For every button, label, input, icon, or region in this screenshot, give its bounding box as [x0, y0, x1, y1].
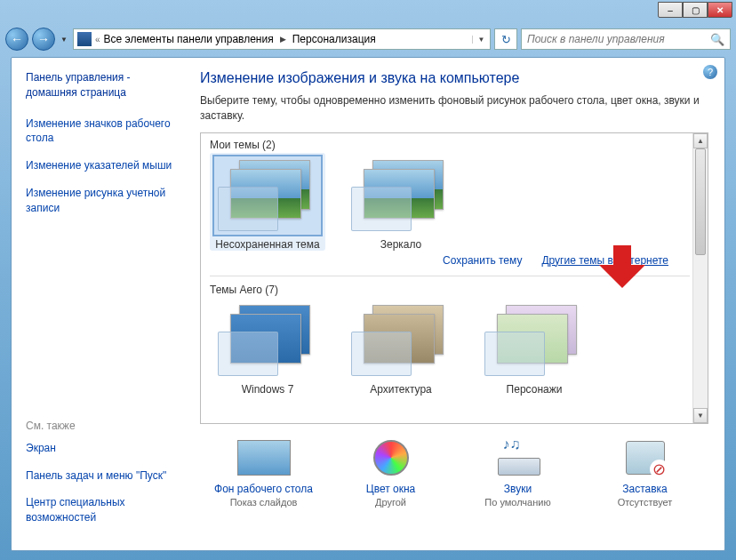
- maximize-button[interactable]: ▢: [683, 2, 708, 18]
- settings-row: Фон рабочего стола Показ слайдов Цвет ок…: [200, 436, 708, 508]
- refresh-button[interactable]: ↻: [494, 28, 517, 50]
- theme-action-links: Сохранить тему Другие темы в Интернете: [210, 254, 668, 267]
- aero-themes-row: Windows 7 Архитектура Персонажи: [210, 298, 690, 396]
- theme-label: Несохраненная тема: [210, 238, 325, 251]
- screensaver-icon: [626, 441, 665, 475]
- sidebar-link-account-picture[interactable]: Изменение рисунка учетной записи: [26, 186, 182, 216]
- group-my-themes-label: Мои темы (2): [210, 139, 690, 151]
- control-panel-icon: [77, 32, 92, 46]
- sidebar-link-desktop-icons[interactable]: Изменение значков рабочего стола: [26, 116, 182, 147]
- scroll-up-button[interactable]: ▲: [693, 133, 708, 148]
- page-subtitle: Выберите тему, чтобы одновременно измени…: [200, 93, 708, 124]
- minimize-button[interactable]: –: [658, 2, 683, 18]
- search-box[interactable]: 🔍: [521, 28, 731, 50]
- breadcrumb-item-all[interactable]: Все элементы панели управления: [104, 33, 274, 45]
- theme-architecture[interactable]: Архитектура: [343, 298, 459, 396]
- themes-scrollbar[interactable]: ▲ ▼: [692, 133, 708, 423]
- save-theme-link[interactable]: Сохранить тему: [443, 254, 522, 267]
- setting-screensaver[interactable]: Заставка Отсутствует: [588, 436, 703, 508]
- setting-title: Фон рабочего стола: [206, 483, 322, 495]
- scroll-thumb[interactable]: [695, 148, 706, 255]
- see-also-taskbar[interactable]: Панель задач и меню "Пуск": [26, 468, 182, 484]
- setting-sub: Другой: [333, 497, 449, 508]
- nav-toolbar: ← → ▼ « Все элементы панели управления ▶…: [0, 25, 736, 53]
- theme-mirror[interactable]: Зеркало: [343, 153, 459, 251]
- theme-label: Персонажи: [476, 383, 592, 396]
- search-icon[interactable]: 🔍: [710, 33, 724, 46]
- setting-sub: Показ слайдов: [206, 497, 322, 508]
- theme-label: Архитектура: [343, 383, 459, 396]
- sidebar-home-link[interactable]: Панель управления - домашняя страница: [26, 70, 182, 100]
- search-input[interactable]: [527, 33, 710, 45]
- theme-windows7[interactable]: Windows 7: [210, 298, 325, 396]
- theme-label: Windows 7: [210, 383, 325, 396]
- main-area: ? Изменение изображения и звука на компь…: [191, 58, 724, 550]
- setting-title: Цвет окна: [333, 483, 449, 495]
- window-color-icon: [373, 440, 409, 476]
- address-dropdown-icon[interactable]: ▼: [472, 36, 486, 44]
- back-button[interactable]: ←: [5, 28, 28, 51]
- breadcrumb-item-personalization[interactable]: Персонализация: [292, 33, 376, 45]
- titlebar: – ▢ ✕: [0, 0, 736, 25]
- setting-sounds[interactable]: Звуки По умолчанию: [460, 436, 576, 508]
- window-controls: – ▢ ✕: [658, 2, 732, 18]
- address-bar[interactable]: « Все элементы панели управления ▶ Персо…: [73, 28, 491, 50]
- theme-characters[interactable]: Персонажи: [476, 298, 592, 396]
- breadcrumb-separator-icon[interactable]: ▶: [277, 35, 289, 44]
- history-dropdown[interactable]: ▼: [59, 28, 69, 51]
- my-themes-row: Несохраненная тема Зеркало: [210, 153, 690, 251]
- breadcrumb-chevrons: «: [95, 35, 100, 44]
- sidebar-link-mouse-pointers[interactable]: Изменение указателей мыши: [26, 158, 182, 173]
- group-aero-label: Темы Aero (7): [210, 284, 690, 296]
- setting-title: Звуки: [460, 483, 576, 495]
- see-also-accessibility[interactable]: Центр специальных возможностей: [26, 495, 182, 525]
- setting-sub: По умолчанию: [460, 497, 576, 508]
- theme-label: Зеркало: [343, 238, 459, 251]
- forward-button[interactable]: →: [32, 28, 55, 51]
- sounds-icon: [498, 440, 539, 476]
- content-panel: Панель управления - домашняя страница Из…: [11, 57, 725, 551]
- help-icon[interactable]: ?: [703, 65, 717, 79]
- desktop-bg-icon: [237, 440, 291, 476]
- setting-desktop-background[interactable]: Фон рабочего стола Показ слайдов: [206, 436, 322, 508]
- see-also-heading: См. также: [26, 420, 182, 432]
- sidebar: Панель управления - домашняя страница Из…: [12, 58, 191, 550]
- theme-unsaved[interactable]: Несохраненная тема: [210, 153, 325, 251]
- see-also-display[interactable]: Экран: [26, 441, 182, 456]
- scroll-down-button[interactable]: ▼: [693, 408, 708, 423]
- setting-window-color[interactable]: Цвет окна Другой: [333, 436, 449, 508]
- setting-sub: Отсутствует: [588, 497, 703, 508]
- themes-container: Мои темы (2) Несохраненная тема Зеркало …: [200, 132, 708, 424]
- close-button[interactable]: ✕: [708, 2, 732, 18]
- online-themes-link[interactable]: Другие темы в Интернете: [541, 254, 668, 267]
- page-title: Изменение изображения и звука на компьют…: [200, 70, 708, 86]
- setting-title: Заставка: [588, 483, 703, 495]
